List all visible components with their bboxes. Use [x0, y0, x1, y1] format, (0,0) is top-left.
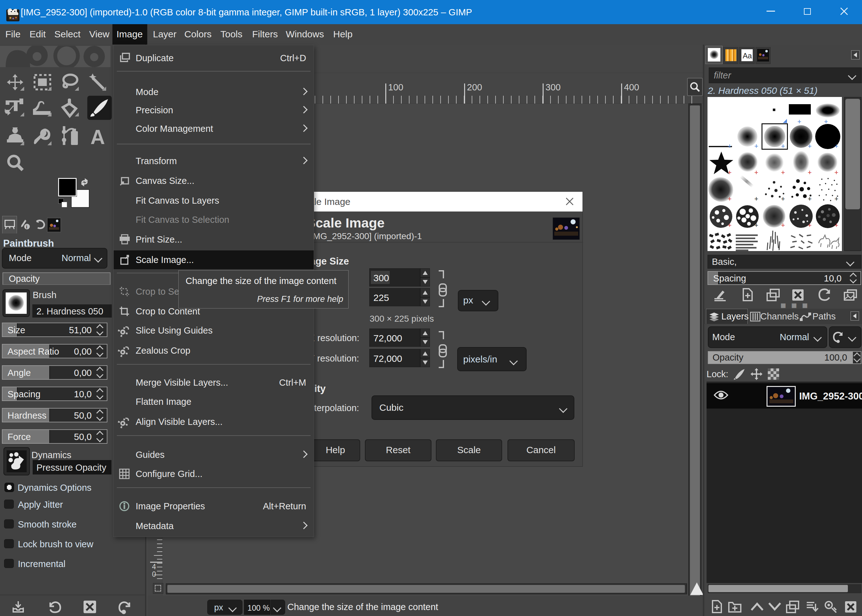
svg-text:i: i [26, 225, 27, 229]
